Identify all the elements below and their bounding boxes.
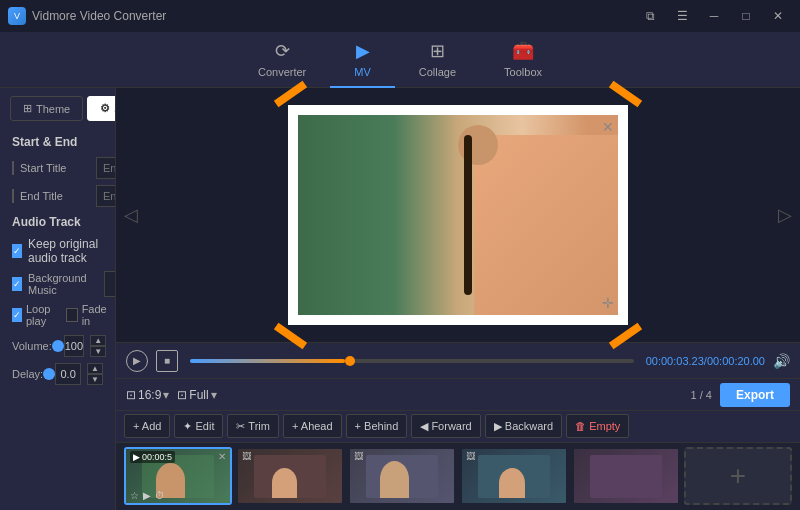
track-clip[interactable]: 🖼 bbox=[460, 447, 568, 505]
nav-toolbox[interactable]: 🧰 Toolbox bbox=[480, 32, 566, 88]
minimize-btn[interactable]: ─ bbox=[700, 6, 728, 26]
bg-music-checkbox[interactable]: ✓ bbox=[12, 277, 22, 291]
clip-thumb bbox=[478, 455, 551, 498]
audio-options-row: ✓ Loop play Fade in Fade out bbox=[12, 303, 103, 327]
clip-thumb bbox=[590, 455, 663, 498]
aspect-ratio-label: 16:9 bbox=[138, 388, 161, 402]
clip-time: ▶00:00:5 bbox=[130, 451, 175, 463]
track-clip[interactable]: 🖼 bbox=[348, 447, 456, 505]
clip-background bbox=[462, 449, 566, 503]
timeline-tools: + Add ✦ Edit ✂ Trim + Ahead + Behind ◀ F… bbox=[124, 414, 629, 438]
track-clip[interactable] bbox=[572, 447, 680, 505]
keep-original-checkbox[interactable]: ✓ bbox=[12, 244, 22, 258]
white-frame bbox=[288, 105, 628, 325]
loop-play-checkbox[interactable]: ✓ bbox=[12, 308, 22, 322]
aspect-dropdown-icon[interactable]: ▾ bbox=[163, 388, 169, 402]
track-clip[interactable]: ▶00:00:5 ✕ ☆ ▶ ⏱ bbox=[124, 447, 232, 505]
ahead-btn[interactable]: + Ahead bbox=[283, 414, 342, 438]
audio-section: Audio Track ✓ Keep original audio track … bbox=[12, 215, 103, 385]
video-close-icon[interactable]: ✕ bbox=[602, 119, 614, 135]
start-title-input[interactable] bbox=[96, 157, 115, 179]
converter-icon: ⟳ bbox=[275, 40, 290, 62]
fade-in-label[interactable]: Fade in bbox=[66, 303, 109, 327]
volume-thumb[interactable] bbox=[52, 340, 64, 352]
delay-up-btn[interactable]: ▲ bbox=[87, 363, 103, 374]
volume-value: 100 bbox=[64, 335, 84, 357]
delay-down-btn[interactable]: ▼ bbox=[87, 374, 103, 385]
tab-theme[interactable]: ⊞ Theme bbox=[10, 96, 83, 121]
export-wrapper: 1 / 4 Export bbox=[691, 383, 790, 407]
clip-background bbox=[350, 449, 454, 503]
time-display: 00:00:03.23/00:00:20.00 bbox=[646, 355, 765, 367]
empty-btn[interactable]: 🗑 Empty bbox=[566, 414, 629, 438]
stop-btn[interactable]: ■ bbox=[156, 350, 178, 372]
end-title-checkbox[interactable] bbox=[12, 189, 14, 203]
mv-icon: ▶ bbox=[356, 40, 370, 62]
trim-btn[interactable]: ✂ Trim bbox=[227, 414, 278, 438]
start-end-title: Start & End bbox=[12, 135, 103, 149]
delay-spinner: ▲ ▼ bbox=[87, 363, 103, 385]
clip-figure bbox=[499, 468, 524, 498]
play-btn[interactable]: ▶ bbox=[126, 350, 148, 372]
edit-btn[interactable]: ✦ Edit bbox=[174, 414, 223, 438]
end-title-row: End Title T ⊞ bbox=[12, 185, 103, 207]
settings-content: Start & End Start Title T ⊞ End Title T … bbox=[0, 121, 115, 510]
clip-star-icon[interactable]: ☆ bbox=[130, 490, 139, 501]
right-panel: ◁ ✕ bbox=[116, 88, 800, 510]
clip-background bbox=[574, 449, 678, 503]
maximize-btn[interactable]: □ bbox=[732, 6, 760, 26]
bg-music-select[interactable]: Track3.mp3 bbox=[104, 271, 115, 297]
page-indicator: 1 / 4 bbox=[691, 389, 712, 401]
volume-icon[interactable]: 🔊 bbox=[773, 353, 790, 369]
backward-btn[interactable]: ▶ Backward bbox=[485, 414, 562, 438]
progress-thumb[interactable] bbox=[345, 356, 355, 366]
end-title-input[interactable] bbox=[96, 185, 115, 207]
volume-up-btn[interactable]: ▲ bbox=[90, 335, 106, 346]
nav-mv[interactable]: ▶ MV bbox=[330, 32, 395, 88]
prev-arrow[interactable]: ◁ bbox=[124, 204, 138, 226]
progress-track[interactable] bbox=[190, 359, 634, 363]
titlebar-controls: ⧉ ☰ ─ □ ✕ bbox=[636, 6, 792, 26]
zoom-dropdown-icon[interactable]: ▾ bbox=[211, 388, 217, 402]
loop-play-text: Loop play bbox=[26, 303, 54, 327]
add-clip-btn[interactable]: + bbox=[684, 447, 792, 505]
start-title-label: Start Title bbox=[20, 162, 90, 174]
close-btn[interactable]: ✕ bbox=[764, 6, 792, 26]
clip-add-icon: 🖼 bbox=[466, 451, 475, 461]
help-btn[interactable]: ⧉ bbox=[636, 6, 664, 26]
nav-collage[interactable]: ⊞ Collage bbox=[395, 32, 480, 88]
clip-time-icon[interactable]: ⏱ bbox=[155, 490, 165, 501]
tab-setting[interactable]: ⚙ Setting bbox=[87, 96, 116, 121]
forward-btn[interactable]: ◀ Forward bbox=[411, 414, 480, 438]
audio-track-title: Audio Track bbox=[12, 215, 103, 229]
loop-play-label[interactable]: ✓ Loop play bbox=[12, 303, 54, 327]
nav-converter[interactable]: ⟳ Converter bbox=[234, 32, 330, 88]
volume-down-btn[interactable]: ▼ bbox=[90, 346, 106, 357]
video-frame: ✕ ✛ bbox=[288, 105, 628, 325]
keep-original-row: ✓ Keep original audio track bbox=[12, 237, 103, 265]
nav-converter-label: Converter bbox=[258, 66, 306, 78]
video-add-icon[interactable]: ✛ bbox=[602, 295, 614, 311]
timeline-tracks: ▶00:00:5 ✕ ☆ ▶ ⏱ 🖼 bbox=[116, 443, 800, 510]
export-btn[interactable]: Export bbox=[720, 383, 790, 407]
titlebar-left: V Vidmore Video Converter bbox=[8, 7, 166, 25]
start-title-checkbox[interactable] bbox=[12, 161, 14, 175]
total-time: 00:00:20.00 bbox=[707, 355, 765, 367]
menu-btn[interactable]: ☰ bbox=[668, 6, 696, 26]
bg-music-label: Background Music bbox=[28, 272, 98, 296]
timeline: + Add ✦ Edit ✂ Trim + Ahead + Behind ◀ F… bbox=[116, 410, 800, 510]
delay-thumb[interactable] bbox=[43, 368, 55, 380]
clip-play-icon[interactable]: ▶ bbox=[143, 490, 151, 501]
clip-close-icon[interactable]: ✕ bbox=[218, 451, 226, 462]
add-btn[interactable]: + Add bbox=[124, 414, 170, 438]
behind-btn[interactable]: + Behind bbox=[346, 414, 408, 438]
clip-figure bbox=[380, 461, 409, 498]
fade-in-text: Fade in bbox=[82, 303, 110, 327]
next-arrow[interactable]: ▷ bbox=[778, 204, 792, 226]
preview-area: ◁ ✕ bbox=[116, 88, 800, 342]
end-title-label: End Title bbox=[20, 190, 90, 202]
track-clip[interactable]: 🖼 bbox=[236, 447, 344, 505]
zoom-wrapper: ⊡ Full ▾ bbox=[177, 388, 216, 402]
fade-in-checkbox[interactable] bbox=[66, 308, 77, 322]
tab-bar: ⊞ Theme ⚙ Setting ↗ Export bbox=[0, 88, 115, 121]
